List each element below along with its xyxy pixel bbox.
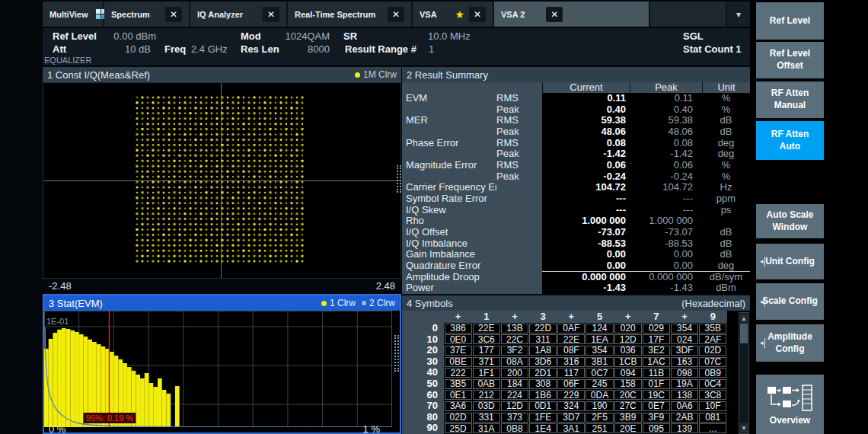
result-peak-value: -73.07 [630,227,702,238]
tab-iq-analyzer[interactable]: IQ Analyzer ✕ [190,2,286,27]
symbol-value: 081 [699,413,726,423]
result-subname [496,282,542,294]
scroll-up-icon[interactable]: ▲ [740,314,748,323]
result-row: Quadrature Error0.000.00deg [402,260,750,272]
trace1-dot-icon [355,72,360,78]
result-unit: dB [702,249,750,260]
result-name [402,148,496,160]
result-row: Peak-1.42-1.42deg [402,148,750,160]
constellation-window-header[interactable]: 1 Const I/Q(Meas&Ref) 1M Clrw [43,67,401,82]
symbol-value: 25D [445,423,472,433]
scroll-down-icon[interactable]: ▼ [740,423,748,432]
ref-level-button[interactable]: Ref Level [756,2,824,40]
symbol-value: 0E1 [445,390,472,400]
tab-spectrum[interactable]: Spectrum ✕ [104,2,189,27]
result-name: MER [402,115,496,126]
close-icon[interactable]: ✕ [388,7,404,22]
symbol-value: 098 [671,368,698,378]
result-unit: dB [702,238,750,250]
mod-value[interactable]: 1024QAM [271,30,330,42]
symbol-value: 124 [586,324,613,333]
trace1-label: 1M Clrw [363,69,397,80]
symbol-value: 331 [473,413,500,423]
ref-level-offset-button[interactable]: Ref Level Offset [756,42,824,78]
result-name: Symbol Rate Error [402,193,496,205]
overview-flow-icon [767,385,814,412]
symbol-value: 222 [445,368,472,378]
tab-vsa[interactable]: VSA ★ ✕ [413,2,493,27]
rf-atten-auto-button[interactable]: RF Atten Auto [756,121,824,160]
result-name: EVM [402,93,496,104]
histogram-bar [140,378,145,427]
histogram-bar [166,394,171,427]
result-range-value[interactable]: 1 [429,43,434,55]
symbol-value: 0E7 [643,401,670,411]
symbol-value: 1A8 [529,346,557,356]
chevron-down-icon: ▾ [736,9,741,20]
result-summary-header[interactable]: 2 Result Summary [402,67,750,82]
symbols-header[interactable]: 4 Symbols (Hexadecimal) [402,295,750,311]
tab-multiview[interactable]: MultiView [43,2,103,27]
result-current-value: 0.40 [542,104,630,116]
auto-scale-window-button[interactable]: Auto Scale Window [756,204,824,238]
symbol-value: 19C [643,390,670,400]
symbol-value: 1B6 [529,390,557,400]
scale-config-button[interactable]: ◂ Scale Config [756,283,824,320]
tab-vsa2[interactable]: VSA 2 ✕ [494,2,649,27]
sr-value[interactable]: 10.0 MHz [428,30,471,42]
symbols-scrollbar[interactable]: ▲ ▼ [739,312,749,434]
result-subname [496,260,542,273]
stat-evm-window[interactable]: 3 Stat(EVM) 1 Clrw 2 Clrw 95%: 0.19 %1E-… [43,294,401,434]
scrollbar-thumb[interactable] [740,324,748,343]
result-peak-value: 0.06 [630,160,702,171]
result-name: I/Q Skew [402,205,496,216]
result-peak-value: 0.08 [630,138,702,149]
close-icon[interactable]: ✕ [263,7,279,22]
symbol-value: 200 [501,368,528,378]
symbol-value: 3DF [671,346,698,356]
histogram-bar [162,390,167,427]
symbol-value: 03D [473,401,500,411]
equalizer-status: EQUALIZER [44,56,91,65]
overview-button[interactable]: Overview [756,375,824,434]
window-splitter-handle[interactable] [397,165,401,193]
ref-level-value[interactable]: 0.00 dBm [88,30,156,42]
symbol-value: 177 [473,346,500,356]
result-peak-value: -1.42 [630,148,702,160]
result-peak-value: -1.43 [630,282,702,294]
histogram-bar [75,332,79,427]
tab-realtime-spectrum[interactable]: Real-Time Spectrum ✕ [288,2,411,27]
rf-atten-manual-button[interactable]: RF Atten Manual [756,81,824,118]
result-peak-value: 0.11 [630,93,702,104]
close-icon[interactable]: ✕ [165,7,182,22]
symbol-value: ... [699,423,726,433]
unit-config-button[interactable]: ◂ Unit Config [756,244,824,279]
symbol-value: 3B9 [614,413,642,423]
stat-evm-plot: 95%: 0.19 %1E-01 [44,311,392,427]
amplitude-config-button[interactable]: ◂ Amplitude Config [756,324,824,362]
symbol-value: 0AB [473,379,500,389]
freq-value[interactable]: 2.4 GHz [191,43,228,55]
tab-list-dropdown-button[interactable]: ▾ [727,2,750,27]
symbol-value: 0A6 [671,401,698,411]
res-len-value[interactable]: 8000 [271,43,330,55]
symbol-value: 029 [643,324,670,333]
symbol-value: 10F [699,401,726,411]
symbols-row-label: 30 [402,356,444,368]
symbols-col-header: + [500,311,528,323]
close-icon[interactable]: ✕ [469,7,486,22]
close-icon[interactable]: ✕ [546,7,563,22]
result-name: Amplitude Droop [402,272,496,283]
trace2-label: 2 Clrw [369,298,395,308]
symbols-row-label: 60 [402,390,444,401]
stat-evm-header[interactable]: 3 Stat(EVM) 1 Clrw 2 Clrw [44,295,400,311]
symbols-col-header: 1 [472,311,500,323]
result-unit: % [702,104,750,116]
symbol-value: 1CB [614,357,642,367]
att-value[interactable]: 10 dB [88,43,151,55]
symbol-value: 0C7 [586,368,613,378]
result-subname [496,215,542,228]
result-current-value: -1.42 [542,148,630,160]
window-splitter-handle[interactable] [394,335,399,372]
trace-legend: 1 Clrw 2 Clrw [321,298,395,308]
